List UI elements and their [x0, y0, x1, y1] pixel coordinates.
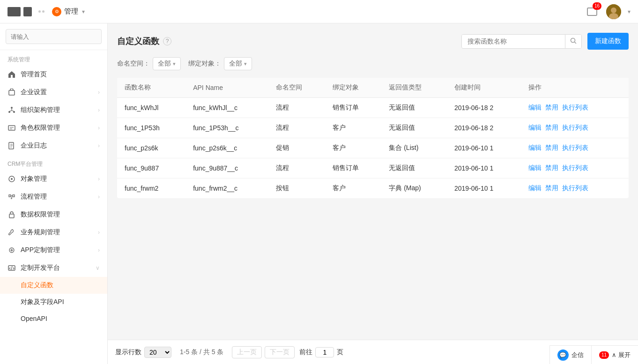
- sidebar-item-app-custom[interactable]: APP定制管理 ›: [0, 241, 107, 259]
- action-exec-list[interactable]: 执行列表: [562, 104, 588, 111]
- avatar[interactable]: [606, 4, 621, 19]
- binding-value: 全部: [229, 59, 242, 68]
- cell-binding: 销售订单: [325, 158, 382, 178]
- crm-section-label: CRM平台管理: [0, 155, 107, 170]
- main-layout: 系统管理 管理首页 企业设置 › 组织架构管理 ›: [0, 23, 638, 364]
- sidebar-item-home[interactable]: 管理首页: [0, 66, 107, 83]
- cell-created-at: 2019-06-10 1: [447, 158, 521, 178]
- cell-actions: 编辑禁用执行列表: [521, 118, 629, 138]
- col-api-name: API Name: [185, 78, 268, 98]
- action-exec-list[interactable]: 执行列表: [562, 164, 588, 171]
- org-icon: [7, 106, 16, 114]
- topbar: ⚙ 管理 ▾ 16 ▾: [0, 0, 638, 23]
- cell-binding: 客户: [325, 118, 382, 138]
- company-icon: [7, 88, 16, 97]
- cell-namespace: 流程: [268, 158, 325, 178]
- action-disable[interactable]: 禁用: [545, 144, 558, 151]
- cell-actions: 编辑禁用执行列表: [521, 98, 629, 118]
- goto-label: 前往: [299, 348, 312, 357]
- sidebar-item-label: 业务规则管理: [21, 228, 98, 237]
- svg-rect-3: [9, 90, 15, 95]
- col-binding: 绑定对象: [325, 78, 382, 98]
- svg-point-10: [11, 178, 13, 180]
- action-exec-list[interactable]: 执行列表: [562, 184, 588, 192]
- main-content: 自定义函数 ? 新建函数: [108, 23, 638, 364]
- sidebar-item-org[interactable]: 组织架构管理 ›: [0, 101, 107, 119]
- chevron-right-icon: ›: [98, 176, 100, 182]
- sidebar: 系统管理 管理首页 企业设置 › 组织架构管理 ›: [0, 23, 108, 364]
- logo-block1: [7, 7, 21, 16]
- sidebar-item-data-perm[interactable]: 数据权限管理: [0, 206, 107, 223]
- object-icon: [7, 175, 16, 183]
- namespace-select[interactable]: 全部 ▾: [153, 57, 181, 70]
- sidebar-item-biz-rule[interactable]: 业务规则管理 ›: [0, 223, 107, 241]
- search-icon: [570, 37, 577, 44]
- sidebar-item-company[interactable]: 企业设置 ›: [0, 83, 107, 101]
- cell-namespace: 促销: [268, 138, 325, 158]
- brand-dropdown-icon[interactable]: ▾: [82, 8, 85, 15]
- cell-api-name: func_kWhJl__c: [185, 98, 268, 118]
- new-function-button[interactable]: 新建函数: [587, 33, 629, 50]
- flow-icon: [7, 193, 16, 201]
- chevron-right-icon: ›: [98, 125, 100, 131]
- cell-func-name: func_p2s6k: [117, 138, 185, 158]
- page-size-dropdown[interactable]: 20 10 50 100: [144, 347, 171, 358]
- cell-binding: 客户: [325, 178, 382, 199]
- sidebar-sub-item-open-api[interactable]: OpenAPI: [0, 311, 107, 327]
- search-button[interactable]: [565, 35, 581, 48]
- goto-page-input[interactable]: [315, 347, 334, 357]
- expand-label: 展开: [618, 351, 631, 359]
- sidebar-item-dev-platform[interactable]: 定制开发平台 ∨: [0, 259, 107, 277]
- sidebar-item-log[interactable]: 企业日志 ›: [0, 137, 107, 155]
- bottom-float-bar: 💬 企信 11 ∧ 展开: [549, 345, 638, 364]
- table-row: func_1P53h func_1P53h__c 流程 客户 无返回值 2019…: [117, 118, 629, 138]
- sidebar-sub-item-custom-func[interactable]: 自定义函数: [0, 277, 107, 294]
- sidebar-item-role[interactable]: 角色权限管理 ›: [0, 119, 107, 137]
- col-func-name: 函数名称: [117, 78, 185, 98]
- table-row: func_p2s6k func_p2s6k__c 促销 客户 集合 (List)…: [117, 138, 629, 158]
- namespace-label: 命名空间：: [117, 59, 150, 68]
- notification-button[interactable]: 16: [585, 4, 600, 19]
- action-disable[interactable]: 禁用: [545, 104, 558, 111]
- sidebar-item-object[interactable]: 对象管理 ›: [0, 170, 107, 188]
- cell-created-at: 2019-06-18 2: [447, 118, 521, 138]
- cell-return-type: 集合 (List): [381, 138, 447, 158]
- topbar-right: 16 ▾: [585, 4, 631, 19]
- svg-point-4: [11, 107, 13, 109]
- action-edit[interactable]: 编辑: [528, 104, 542, 111]
- action-edit[interactable]: 编辑: [528, 164, 542, 171]
- action-exec-list[interactable]: 执行列表: [562, 144, 588, 151]
- avatar-dropdown-icon[interactable]: ▾: [628, 8, 631, 15]
- sidebar-search-input[interactable]: [6, 29, 102, 44]
- action-exec-list[interactable]: 执行列表: [562, 124, 588, 131]
- cell-actions: 编辑禁用执行列表: [521, 138, 629, 158]
- action-edit[interactable]: 编辑: [528, 184, 542, 192]
- sidebar-item-flow[interactable]: 流程管理 ›: [0, 188, 107, 206]
- cell-func-name: func_frwm2: [117, 178, 185, 199]
- col-actions: 操作: [521, 78, 629, 98]
- next-page-button[interactable]: 下一页: [265, 346, 295, 358]
- search-input[interactable]: [462, 35, 565, 48]
- action-edit[interactable]: 编辑: [528, 124, 542, 131]
- action-edit[interactable]: 编辑: [528, 144, 542, 151]
- expand-button[interactable]: 11 ∧ 展开: [591, 346, 638, 364]
- action-disable[interactable]: 禁用: [545, 164, 558, 171]
- action-disable[interactable]: 禁用: [545, 184, 558, 192]
- sidebar-item-label: APP定制管理: [21, 246, 98, 254]
- cell-namespace: 按钮: [268, 178, 325, 199]
- prev-page-button[interactable]: 上一页: [232, 346, 262, 358]
- action-disable[interactable]: 禁用: [545, 124, 558, 131]
- table-header-row: 函数名称 API Name 命名空间 绑定对象 返回值类型 创建时间 操作: [117, 78, 629, 98]
- notification-badge: 16: [593, 2, 601, 10]
- chat-icon: 💬: [557, 349, 569, 361]
- chevron-right-icon: ›: [98, 193, 100, 200]
- sidebar-item-label: 数据权限管理: [21, 210, 100, 219]
- binding-select[interactable]: 全部 ▾: [224, 57, 252, 70]
- sidebar-sub-item-object-api[interactable]: 对象及字段API: [0, 294, 107, 311]
- cell-func-name: func_1P53h: [117, 118, 185, 138]
- page-title-row: 自定义函数 ?: [117, 36, 171, 47]
- help-icon[interactable]: ?: [163, 37, 171, 45]
- cell-return-type: 无返回值: [381, 98, 447, 118]
- cell-api-name: func_p2s6k__c: [185, 138, 268, 158]
- enterprise-chat[interactable]: 💬 企信: [549, 346, 591, 364]
